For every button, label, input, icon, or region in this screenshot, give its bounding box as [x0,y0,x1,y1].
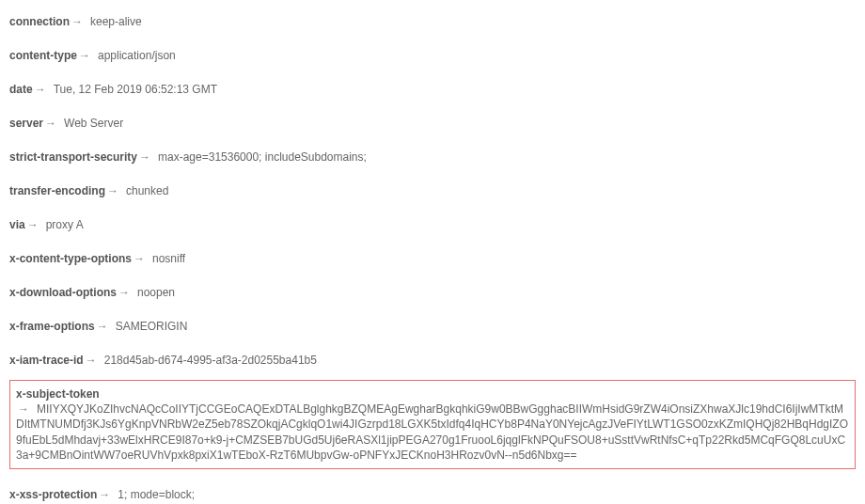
header-key: x-content-type-options [9,252,132,265]
header-value: keep-alive [86,15,142,28]
header-value: MIIYXQYJKoZIhvcNAQcCoIIYTjCCGEoCAQExDTAL… [16,402,848,462]
header-row-strict-transport-security: strict-transport-security→max-age=315360… [9,141,856,175]
header-row-via: via→proxy A [9,209,856,243]
arrow-icon: → [105,184,122,197]
header-value: SAMEORIGIN [112,320,188,333]
header-value: chunked [122,184,168,197]
arrow-icon: → [77,49,94,62]
arrow-icon: → [70,15,86,28]
arrow-icon: → [84,354,101,367]
arrow-icon: → [97,488,114,501]
arrow-icon: → [137,150,154,164]
header-value: noopen [134,286,175,299]
header-key: server [9,117,43,130]
header-row-x-download-options: x-download-options→noopen [9,276,856,310]
header-key: content-type [9,49,77,62]
header-row-x-frame-options: x-frame-options→SAMEORIGIN [9,310,856,344]
header-row-transfer-encoding: transfer-encoding→chunked [9,175,856,209]
header-value: Web Server [60,117,123,130]
arrow-icon: → [43,117,60,130]
arrow-icon: → [16,402,33,416]
header-value: nosniff [149,252,185,265]
header-key: via [9,218,25,231]
response-headers-list: connection→keep-alivecontent-type→applic… [0,0,865,504]
header-value: Tue, 12 Feb 2019 06:52:13 GMT [50,83,217,96]
header-key: x-iam-trace-id [9,354,84,367]
header-key: transfer-encoding [9,184,105,197]
header-key: strict-transport-security [9,150,137,164]
header-row-date: date→Tue, 12 Feb 2019 06:52:13 GMT [9,73,856,107]
arrow-icon: → [95,320,112,333]
header-value: max-age=31536000; includeSubdomains; [154,150,367,164]
header-key: x-download-options [9,286,117,299]
header-row-x-iam-trace-id: x-iam-trace-id→218d45ab-d674-4995-af3a-2… [9,344,856,378]
header-key: x-frame-options [9,320,95,333]
header-key: x-subject-token [16,387,100,401]
arrow-icon: → [33,83,50,96]
header-row-server: server→Web Server [9,107,856,141]
header-value: 1; mode=block; [114,488,195,501]
header-key: date [9,83,33,96]
header-row-x-xss-protection: x-xss-protection→1; mode=block; [9,479,856,504]
arrow-icon: → [25,218,42,231]
header-value: proxy A [42,218,84,231]
arrow-icon: → [117,286,134,299]
header-key: connection [9,15,70,28]
header-row-x-subject-token: x-subject-token→MIIYXQYJKoZIhvcNAQcCoIIY… [9,380,856,469]
header-row-x-content-type-options: x-content-type-options→nosniff [9,243,856,276]
header-row-content-type: content-type→application/json [9,39,856,73]
header-value: 218d45ab-d674-4995-af3a-2d0255ba41b5 [101,354,317,367]
header-row-connection: connection→keep-alive [9,6,856,39]
arrow-icon: → [132,252,149,265]
header-key: x-xss-protection [9,488,97,501]
header-value: application/json [94,49,176,62]
